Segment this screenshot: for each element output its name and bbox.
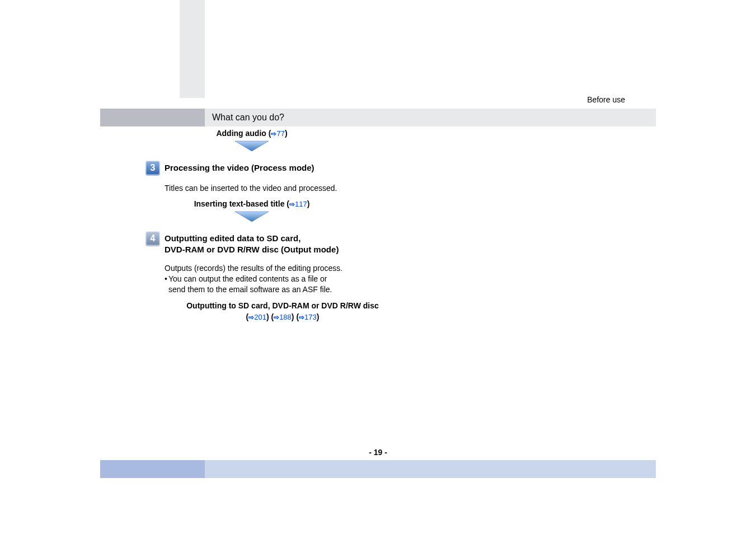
close-paren: ) — [307, 199, 310, 208]
page-number: - 19 - — [0, 448, 756, 457]
bullet-icon: • — [165, 274, 167, 284]
side-strip — [180, 0, 205, 98]
flow-arrow-icon — [145, 140, 358, 154]
step-4-bullet-l2: send them to the email software as an AS… — [168, 285, 332, 294]
step-4-body-l1: Outputs (records) the results of the edi… — [165, 263, 425, 274]
step-3-header: 3 Processing the video (Process mode) — [145, 161, 481, 175]
link-arrow-icon: ⇨ — [271, 130, 276, 138]
divider — [145, 177, 369, 180]
link-arrow-icon: ⇨ — [274, 313, 279, 321]
svg-marker-0 — [235, 141, 269, 151]
link-arrow-icon: ⇨ — [289, 200, 295, 208]
link-arrow-icon: ⇨ — [299, 313, 304, 321]
step-3-title: Processing the video (Process mode) — [165, 161, 314, 174]
divider — [145, 257, 369, 260]
title-bar-accent — [100, 109, 205, 127]
title-bar: What can you do? — [100, 109, 656, 127]
step-4-body: Outputs (records) the results of the edi… — [145, 263, 425, 295]
step-3-badge: 3 — [145, 161, 160, 175]
content-area: Adding audio (⇨77) 3 Processing the vide… — [145, 129, 481, 322]
flow-arrow-icon — [145, 210, 358, 224]
link-arrow-icon: ⇨ — [248, 313, 254, 321]
footer-bar-accent — [100, 460, 205, 478]
page-title: What can you do? — [212, 113, 284, 123]
step-4-badge: 4 — [145, 231, 160, 246]
footer-bar — [100, 460, 656, 478]
output-links-label: Outputting to SD card, DVD-RAM or DVD R/… — [145, 301, 420, 312]
page-188-link[interactable]: 188 — [279, 313, 292, 321]
inserting-title-page-link[interactable]: 117 — [295, 200, 307, 208]
page-173-link[interactable]: 173 — [304, 313, 317, 321]
section-label: Before use — [587, 95, 625, 104]
step-4-header: 4 Outputting edited data to SD card, DVD… — [145, 231, 481, 256]
step-4-bullet-l1: You can output the edited contents as a … — [168, 274, 327, 283]
adding-audio-label: Adding audio ( — [216, 129, 271, 138]
inserting-title-link-line: Inserting text-based title (⇨117) — [145, 199, 358, 208]
svg-marker-2 — [235, 212, 269, 222]
adding-audio-link-line: Adding audio (⇨77) — [145, 129, 358, 138]
step-4-title-l2: DVD-RAM or DVD R/RW disc (Output mode) — [165, 245, 339, 254]
step-3-body: Titles can be inserted to the video and … — [145, 183, 425, 194]
step-3-block: 3 Processing the video (Process mode) Ti… — [145, 161, 481, 194]
adding-audio-page-link[interactable]: 77 — [276, 129, 284, 138]
page-201-link[interactable]: 201 — [254, 313, 266, 321]
output-links-pages: (⇨201) (⇨188) (⇨173) — [145, 312, 420, 323]
step-4-block: 4 Outputting edited data to SD card, DVD… — [145, 231, 481, 295]
step-4-title-l1: Outputting edited data to SD card, — [165, 233, 300, 243]
close-paren: ) — [285, 129, 288, 138]
step-4-title: Outputting edited data to SD card, DVD-R… — [165, 231, 339, 256]
close-paren: ) — [317, 312, 320, 321]
inserting-title-label: Inserting text-based title ( — [194, 199, 289, 208]
output-links-block: Outputting to SD card, DVD-RAM or DVD R/… — [145, 301, 420, 322]
